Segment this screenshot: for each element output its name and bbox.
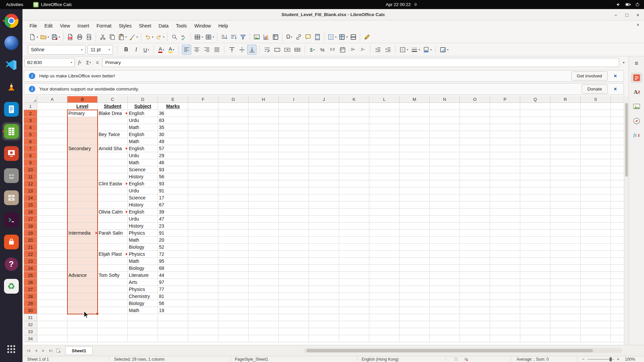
sidebar-functions-icon[interactable]: fx: [631, 130, 642, 140]
cell-N17[interactable]: [430, 216, 460, 223]
cell-Q33[interactable]: [520, 328, 550, 335]
cell-N33[interactable]: [430, 328, 460, 335]
cell-G6[interactable]: [218, 138, 249, 145]
cell-D23[interactable]: Math: [128, 258, 158, 265]
cell-L8[interactable]: [369, 152, 399, 159]
italic-button[interactable]: I: [131, 45, 141, 55]
cell-B14[interactable]: [67, 194, 98, 201]
column-header-H[interactable]: H: [249, 96, 279, 103]
cell-I34[interactable]: [279, 335, 309, 342]
cell-P21[interactable]: [490, 244, 520, 251]
cell-D22[interactable]: Physics: [128, 251, 158, 258]
cell-P16[interactable]: [490, 208, 520, 216]
cell-F3[interactable]: [188, 117, 218, 124]
cell-N13[interactable]: [430, 187, 460, 194]
cell-S23[interactable]: [581, 258, 611, 265]
cell-J18[interactable]: [309, 223, 339, 230]
open-button[interactable]: ▾: [39, 32, 50, 42]
cell-S28[interactable]: [581, 293, 611, 300]
cell-Q5[interactable]: [520, 131, 550, 138]
add-sheet-button[interactable]: [55, 347, 61, 354]
cell-H24[interactable]: [249, 265, 279, 272]
cell-D14[interactable]: Science: [128, 194, 158, 201]
cell-F19[interactable]: [188, 230, 218, 237]
row-header-24[interactable]: 24: [24, 265, 37, 272]
cell-D10[interactable]: Science: [128, 166, 158, 173]
cell-N28[interactable]: [430, 293, 460, 300]
cell-D5[interactable]: English: [128, 131, 158, 138]
cell-S27[interactable]: [581, 286, 611, 293]
menu-format[interactable]: Format: [93, 21, 115, 30]
cell-A22[interactable]: [37, 251, 67, 258]
cell-E31[interactable]: [158, 314, 188, 321]
cell-N26[interactable]: [430, 279, 460, 286]
cell-H30[interactable]: [249, 307, 279, 314]
cut-button[interactable]: [98, 32, 107, 42]
vertical-scrollbar-thumb[interactable]: [625, 103, 628, 177]
cell-N14[interactable]: [430, 194, 460, 201]
cell-F12[interactable]: [188, 180, 218, 187]
cell-H34[interactable]: [249, 335, 279, 342]
cell-F13[interactable]: [188, 187, 218, 194]
cell-O12[interactable]: [460, 180, 490, 187]
cell-A18[interactable]: [37, 223, 67, 230]
cell-J22[interactable]: [309, 251, 339, 258]
cell-R20[interactable]: [550, 237, 581, 244]
column-header-I[interactable]: I: [279, 96, 309, 103]
cell-D6[interactable]: Math: [128, 138, 158, 145]
row-header-14[interactable]: 14: [24, 194, 37, 201]
cell-J9[interactable]: [309, 159, 339, 166]
cell-Q6[interactable]: [520, 138, 550, 145]
cell-K23[interactable]: [339, 258, 369, 265]
cell-B33[interactable]: [67, 328, 98, 335]
row-header-15[interactable]: 15: [24, 201, 37, 208]
cell-D2[interactable]: English: [128, 110, 158, 117]
cell-S2[interactable]: [581, 110, 611, 117]
cell-C20[interactable]: [98, 237, 128, 244]
cell-P12[interactable]: [490, 180, 520, 187]
cell-N15[interactable]: [430, 201, 460, 208]
cell-P26[interactable]: [490, 279, 520, 286]
cell-M2[interactable]: [399, 110, 430, 117]
cell-C22[interactable]: Elijah Plast: [98, 251, 128, 258]
cell-N12[interactable]: [430, 180, 460, 187]
cell-K33[interactable]: [339, 328, 369, 335]
cell-K20[interactable]: [339, 237, 369, 244]
cell-M25[interactable]: [399, 272, 430, 279]
cell-F9[interactable]: [188, 159, 218, 166]
cell-O6[interactable]: [460, 138, 490, 145]
cell-O5[interactable]: [460, 131, 490, 138]
cell-S32[interactable]: [581, 321, 611, 328]
cell-F23[interactable]: [188, 258, 218, 265]
cell-I29[interactable]: [279, 300, 309, 307]
unmerge-cells-button[interactable]: [292, 45, 302, 55]
column-header-S[interactable]: S: [581, 96, 611, 103]
cell-S9[interactable]: [581, 159, 611, 166]
next-sheet-button[interactable]: [40, 347, 47, 354]
cell-E33[interactable]: [158, 328, 188, 335]
cell-A16[interactable]: [37, 208, 67, 216]
cell-P20[interactable]: [490, 237, 520, 244]
cell-M33[interactable]: [399, 328, 430, 335]
cell-Q30[interactable]: [520, 307, 550, 314]
cell-B7[interactable]: Secondary: [67, 145, 98, 152]
cell-K3[interactable]: [339, 117, 369, 124]
cell-H4[interactable]: [249, 124, 279, 131]
cell-C7[interactable]: Arnold Sha: [98, 145, 128, 152]
cell-L7[interactable]: [369, 145, 399, 152]
formula-button[interactable]: =: [94, 60, 101, 65]
cell-K14[interactable]: [339, 194, 369, 201]
cell-C28[interactable]: [98, 293, 128, 300]
cell-L13[interactable]: [369, 187, 399, 194]
cell-D21[interactable]: Biology: [128, 244, 158, 251]
row-header-26[interactable]: 26: [24, 279, 37, 286]
row-header-5[interactable]: 5: [24, 131, 37, 138]
cell-G31[interactable]: [218, 314, 249, 321]
cell-B24[interactable]: [67, 265, 98, 272]
cell-G9[interactable]: [218, 159, 249, 166]
new-document-button[interactable]: ▾: [28, 32, 39, 42]
cell-P34[interactable]: [490, 335, 520, 342]
cell-G28[interactable]: [218, 293, 249, 300]
cell-R31[interactable]: [550, 314, 581, 321]
cell-I2[interactable]: [279, 110, 309, 117]
